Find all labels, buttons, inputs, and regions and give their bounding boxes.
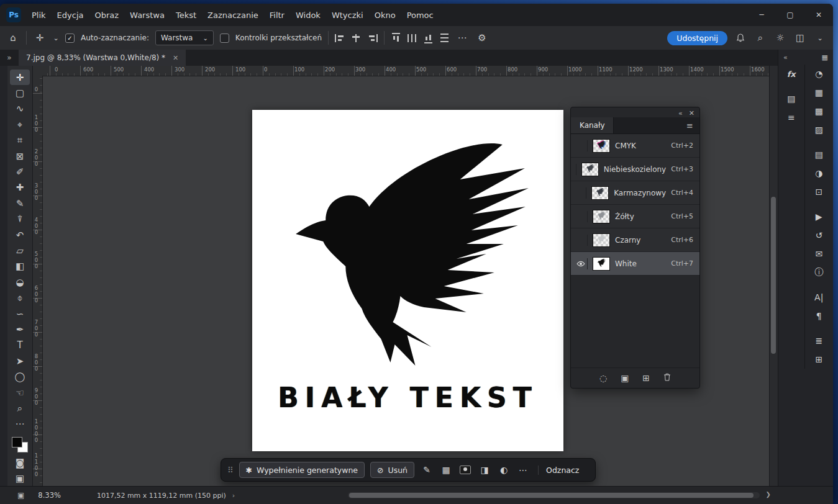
edit-toolbar-button[interactable]: ⋯: [10, 416, 30, 432]
close-panel-icon[interactable]: ✕: [689, 109, 695, 117]
drag-handle-icon[interactable]: ⠿: [227, 466, 234, 475]
mask-icon[interactable]: [458, 463, 472, 477]
align-center-icon[interactable]: [352, 34, 361, 42]
menu-warstwa[interactable]: Warstwa: [124, 4, 170, 26]
vertical-scrollbar[interactable]: [769, 66, 778, 487]
channel-row-cmyk[interactable]: CMYK Ctrl+2: [571, 134, 699, 158]
maximize-button[interactable]: ▢: [776, 4, 804, 26]
hand-tool[interactable]: ☜: [10, 385, 30, 400]
blur-tool[interactable]: ◒: [10, 274, 30, 290]
workspace-icon[interactable]: ◫: [793, 30, 807, 45]
frame-panel-icon[interactable]: ⊡: [809, 184, 828, 200]
zoom-tool[interactable]: ⌕: [10, 400, 30, 416]
visibility-toggle[interactable]: [575, 211, 588, 222]
color-swatches[interactable]: [12, 437, 28, 452]
effects-panel-icon[interactable]: fx: [782, 66, 801, 82]
pen-tool[interactable]: ✒: [10, 322, 30, 337]
visibility-toggle[interactable]: [575, 140, 588, 151]
gradients-panel-icon[interactable]: ▩: [809, 103, 828, 119]
brush-tool[interactable]: ✎: [10, 196, 30, 211]
expand-panels-icon[interactable]: »: [0, 50, 19, 66]
align-bottom-icon[interactable]: [424, 33, 432, 43]
color-panel-icon[interactable]: ◔: [809, 66, 828, 82]
channel-row-black[interactable]: Czarny Ctrl+6: [571, 228, 699, 252]
channel-row-magenta[interactable]: Karmazynowy Ctrl+4: [571, 181, 699, 205]
distribute-vertical-icon[interactable]: [408, 34, 417, 42]
move-tool-icon[interactable]: ✛: [33, 30, 47, 45]
history-panel-icon[interactable]: ↺: [809, 227, 828, 243]
fill-icon[interactable]: ◨: [478, 463, 491, 477]
photos-panel-icon[interactable]: ▤: [809, 146, 828, 163]
smudge-tool[interactable]: ∽: [10, 306, 30, 322]
collapse-panel-icon[interactable]: «: [678, 109, 683, 117]
chevron-down-icon[interactable]: ⌄: [813, 30, 827, 45]
menu-widok[interactable]: Widok: [290, 4, 326, 26]
document-tab[interactable]: 7.jpg @ 8,33% (Warstwa 0,White/8) * ✕: [19, 50, 186, 66]
screen-mode-button[interactable]: ▣: [10, 471, 30, 487]
channel-row-yellow[interactable]: Żółty Ctrl+5: [571, 205, 699, 228]
layers-panel-icon[interactable]: ≣: [809, 333, 828, 349]
menu-tekst[interactable]: Tekst: [170, 4, 202, 26]
visibility-toggle[interactable]: [575, 187, 586, 199]
save-selection-icon[interactable]: ▣: [621, 373, 629, 383]
brush-icon[interactable]: ✎: [420, 463, 434, 477]
menu-wtyczki[interactable]: Wtyczki: [326, 4, 369, 26]
eraser-tool[interactable]: ▱: [10, 243, 30, 258]
channel-row-cyan[interactable]: Niebieskozielony Ctrl+3: [571, 158, 699, 181]
minimize-button[interactable]: ─: [747, 4, 776, 26]
patterns-panel-icon[interactable]: ▨: [809, 122, 828, 138]
libraries-panel-icon[interactable]: ▤: [782, 91, 801, 107]
document-canvas[interactable]: BIAŁY TEKST: [252, 110, 563, 451]
adjustments-panel-icon[interactable]: ◑: [809, 165, 828, 181]
menu-filtr[interactable]: Filtr: [264, 4, 290, 26]
transform-controls-checkbox[interactable]: [220, 34, 229, 43]
auto-select-dropdown[interactable]: Warstwa ⌄: [155, 30, 214, 45]
vertical-scrollbar-thumb[interactable]: [771, 197, 776, 354]
align-top-icon[interactable]: [392, 33, 400, 43]
scroll-right-icon[interactable]: ❯: [766, 491, 771, 498]
lasso-tool[interactable]: ∿: [10, 101, 30, 117]
status-chevron-icon[interactable]: ›: [232, 492, 235, 500]
close-tab-icon[interactable]: ✕: [173, 54, 178, 62]
visibility-toggle[interactable]: [575, 235, 588, 246]
visibility-toggle[interactable]: [575, 258, 588, 269]
marquee-tool[interactable]: ▢: [10, 85, 30, 101]
menu-pomoc[interactable]: Pomoc: [401, 4, 439, 26]
select-and-mask-icon[interactable]: ▦: [439, 463, 453, 477]
gear-icon[interactable]: ⚙: [475, 30, 489, 45]
visibility-toggle[interactable]: [575, 164, 576, 175]
align-right-icon[interactable]: [367, 34, 378, 42]
delete-channel-icon[interactable]: [663, 373, 671, 383]
menu-edycja[interactable]: Edycja: [52, 4, 89, 26]
properties-panel-icon[interactable]: ≡: [782, 109, 801, 125]
shape-tool[interactable]: ◯: [10, 369, 30, 384]
more-options-icon[interactable]: ⋯: [455, 30, 469, 45]
channel-row-white[interactable]: White Ctrl+7: [571, 252, 699, 276]
dock-grid-icon[interactable]: ▦: [822, 53, 828, 61]
adjustment-icon[interactable]: ◐: [497, 463, 511, 477]
home-icon[interactable]: ⌂: [6, 30, 20, 45]
menu-obraz[interactable]: Obraz: [89, 4, 124, 26]
horizontal-scrollbar-thumb[interactable]: [349, 493, 754, 498]
panel-menu-icon[interactable]: ≡: [686, 121, 699, 130]
menu-okno[interactable]: Okno: [369, 4, 401, 26]
type-tool[interactable]: T: [10, 338, 30, 353]
foreground-color-swatch[interactable]: [12, 437, 22, 448]
more-actions-icon[interactable]: ⋯: [516, 463, 530, 477]
crop-tool[interactable]: ⌗: [10, 133, 30, 148]
move-tool[interactable]: ✛: [10, 70, 30, 85]
new-channel-icon[interactable]: ⊞: [642, 373, 650, 383]
horizontal-scrollbar[interactable]: [348, 492, 760, 498]
frame-tool[interactable]: ⊠: [10, 148, 30, 164]
load-selection-icon[interactable]: ◌: [599, 373, 607, 383]
share-button[interactable]: Udostępnij: [667, 31, 727, 45]
swatches-panel-icon[interactable]: ▦: [809, 84, 828, 101]
distribute-horizontal-icon[interactable]: [440, 34, 449, 43]
remove-button[interactable]: ⊘ Usuń: [370, 462, 414, 478]
character-panel-icon[interactable]: A|: [809, 289, 828, 305]
path-selection-tool[interactable]: ➤: [10, 353, 30, 369]
history-brush-tool[interactable]: ↶: [10, 227, 30, 243]
object-selection-tool[interactable]: ⌖: [10, 117, 30, 132]
align-left-icon[interactable]: [335, 34, 345, 42]
close-button[interactable]: ✕: [804, 4, 833, 26]
